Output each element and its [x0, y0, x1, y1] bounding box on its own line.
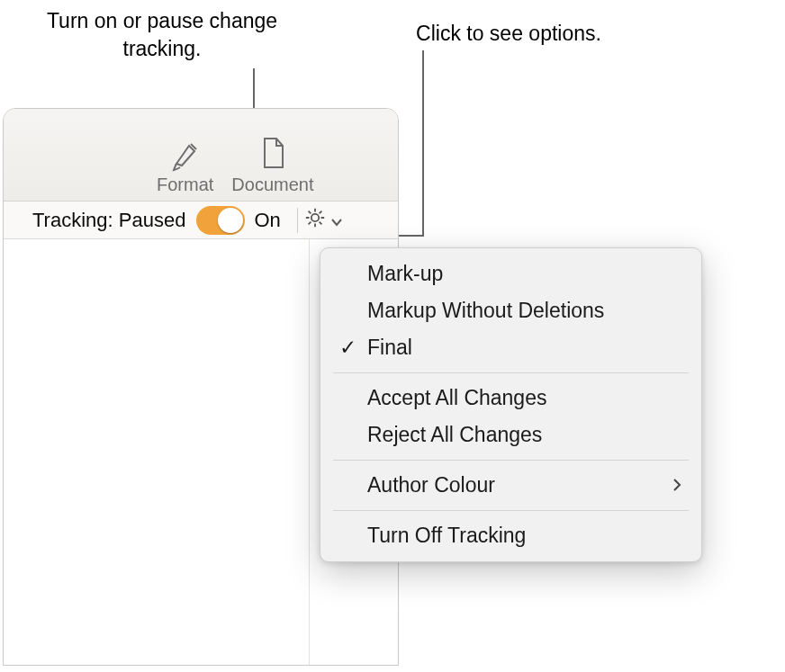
- menu-item-label: Markup Without Deletions: [367, 299, 604, 323]
- toolbar: Format Document: [4, 109, 398, 202]
- menu-item-reject-all[interactable]: Reject All Changes: [320, 417, 701, 453]
- callout-options: Click to see options.: [396, 20, 621, 48]
- tracking-status-label: Tracking: Paused: [32, 209, 185, 232]
- menu-item-label: Accept All Changes: [367, 386, 546, 410]
- leader-line: [422, 50, 424, 235]
- menu-item-label: Final: [367, 336, 412, 360]
- menu-item-turn-off-tracking[interactable]: Turn Off Tracking: [320, 517, 701, 554]
- menu-item-label: Reject All Changes: [367, 423, 542, 447]
- document-page: [4, 239, 310, 665]
- menu-separator: [333, 510, 689, 511]
- check-icon: ✓: [338, 336, 356, 360]
- menu-item-final[interactable]: ✓ Final: [320, 329, 701, 366]
- gear-icon: [303, 206, 327, 235]
- paintbrush-icon: [167, 133, 204, 173]
- menu-item-label: Turn Off Tracking: [367, 524, 526, 548]
- chevron-down-icon: [330, 209, 343, 232]
- document-label: Document: [231, 175, 313, 195]
- chevron-right-icon: [672, 473, 681, 497]
- toggle-knob: [218, 208, 243, 233]
- menu-item-author-colour[interactable]: Author Colour: [320, 467, 701, 504]
- tracking-options-menu: Mark-up Markup Without Deletions ✓ Final…: [320, 247, 702, 562]
- tracking-options-button[interactable]: [303, 206, 343, 235]
- document-icon: [254, 133, 292, 173]
- format-label: Format: [157, 175, 213, 195]
- separator: [297, 208, 298, 233]
- tracking-toggle[interactable]: [196, 206, 245, 235]
- menu-separator: [333, 460, 689, 461]
- leader-line: [253, 68, 255, 108]
- callout-tracking-toggle: Turn on or pause change tracking.: [45, 7, 279, 63]
- menu-separator: [333, 372, 689, 373]
- svg-point-0: [311, 213, 319, 220]
- menu-item-label: Author Colour: [367, 473, 495, 497]
- menu-item-label: Mark-up: [367, 262, 443, 286]
- menu-item-markup[interactable]: Mark-up: [320, 255, 701, 292]
- format-button[interactable]: Format: [157, 133, 213, 195]
- menu-item-markup-without-deletions[interactable]: Markup Without Deletions: [320, 292, 701, 329]
- menu-item-accept-all[interactable]: Accept All Changes: [320, 380, 701, 417]
- document-button[interactable]: Document: [231, 133, 313, 195]
- tracking-bar: Tracking: Paused On: [4, 202, 398, 239]
- tracking-on-label: On: [254, 209, 280, 232]
